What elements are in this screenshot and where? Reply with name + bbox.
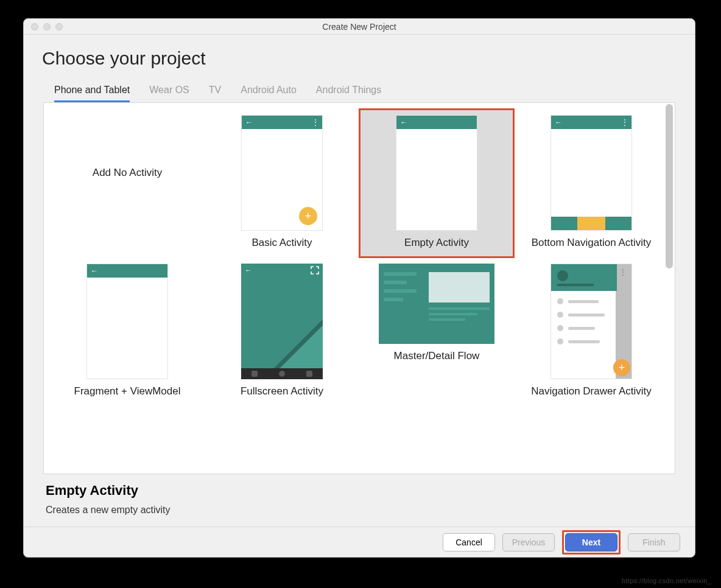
tab-wear-os[interactable]: Wear OS — [149, 85, 189, 102]
close-icon[interactable] — [31, 23, 38, 30]
template-bottom-navigation[interactable]: ← ⋮ Bottom Navigation Activity — [514, 109, 669, 257]
window-controls — [31, 23, 63, 30]
tab-phone-and-tablet[interactable]: Phone and Tablet — [54, 85, 130, 102]
template-label: Empty Activity — [404, 237, 469, 249]
tab-tv[interactable]: TV — [209, 85, 221, 102]
page-header: Choose your project — [24, 35, 695, 75]
description-text: Creates a new empty activity — [46, 505, 673, 516]
window-title: Create New Project — [322, 22, 396, 32]
watermark-text: https://blog.csdn.net/weixin_ — [622, 577, 711, 584]
page-title: Choose your project — [42, 48, 677, 69]
scrollbar[interactable] — [666, 104, 673, 268]
template-label: Master/Detail Flow — [394, 350, 480, 362]
template-label: Fragment + ViewModel — [74, 385, 181, 397]
template-gallery: Add No Activity . ← ⋮ + Basic Activity — [43, 102, 675, 474]
template-label: Navigation Drawer Activity — [531, 385, 651, 397]
back-arrow-icon: ← — [245, 118, 253, 127]
overflow-icon: ⋮ — [619, 268, 627, 276]
description-title: Empty Activity — [46, 483, 673, 499]
template-label: Bottom Navigation Activity — [532, 237, 652, 249]
template-description: Empty Activity Creates a new empty activ… — [24, 474, 695, 527]
next-button[interactable]: Next — [565, 533, 617, 551]
titlebar: Create New Project — [24, 19, 695, 35]
template-add-no-activity[interactable]: Add No Activity . — [50, 109, 205, 257]
template-fragment-viewmodel[interactable]: ← Fragment + ViewModel — [50, 257, 205, 406]
back-arrow-icon: ← — [400, 118, 407, 127]
fab-icon: + — [613, 359, 630, 376]
previous-button[interactable]: Previous — [502, 533, 555, 551]
back-arrow-icon: ← — [91, 267, 98, 275]
category-tabs: Phone and Tablet Wear OS TV Android Auto… — [24, 75, 695, 102]
cancel-button[interactable]: Cancel — [443, 533, 495, 551]
template-label: Add No Activity — [93, 167, 162, 179]
template-label: Fullscreen Activity — [241, 385, 323, 397]
zoom-icon[interactable] — [55, 23, 63, 30]
template-basic-activity[interactable]: ← ⋮ + Basic Activity — [205, 109, 359, 257]
minimize-icon[interactable] — [43, 23, 51, 30]
template-master-detail[interactable]: Master/Detail Flow — [359, 257, 514, 406]
template-fullscreen-activity[interactable]: ← Fullscreen Activity — [205, 257, 359, 406]
template-navigation-drawer[interactable]: ⋮ + Navigation Drawer Activity — [514, 257, 669, 406]
overflow-icon: ⋮ — [312, 118, 318, 127]
template-empty-activity[interactable]: ← Empty Activity — [359, 109, 514, 257]
back-arrow-icon: ← — [245, 266, 252, 275]
next-button-highlight: Next — [562, 530, 621, 555]
fullscreen-icon — [311, 266, 319, 276]
wizard-footer: Cancel Previous Next Finish — [24, 527, 695, 557]
finish-button[interactable]: Finish — [628, 533, 680, 551]
back-arrow-icon: ← — [555, 118, 562, 127]
wizard-window: Create New Project Choose your project P… — [23, 18, 695, 558]
template-label: Basic Activity — [251, 237, 312, 249]
overflow-icon: ⋮ — [621, 118, 628, 127]
navbar-icon — [241, 368, 323, 379]
tab-android-things[interactable]: Android Things — [316, 85, 381, 102]
tab-android-auto[interactable]: Android Auto — [241, 85, 297, 102]
fab-icon: + — [299, 207, 317, 225]
